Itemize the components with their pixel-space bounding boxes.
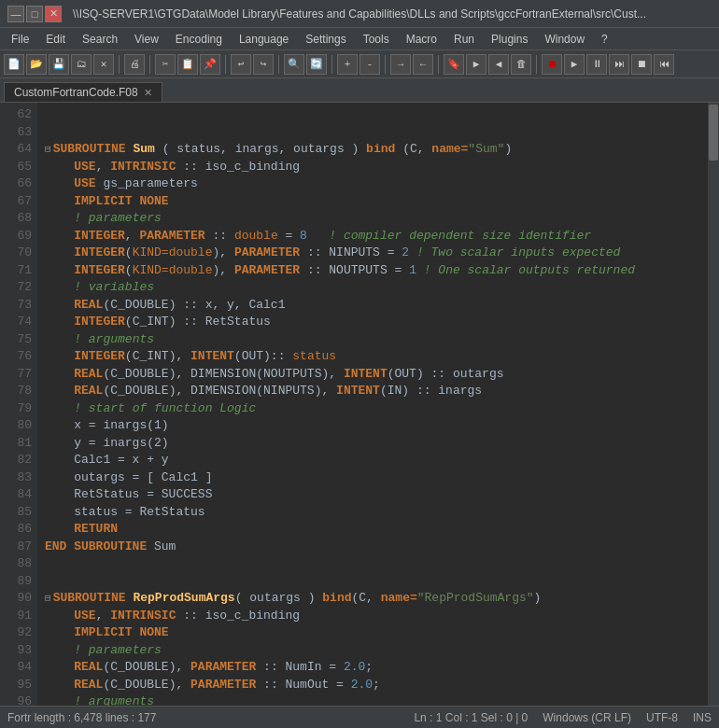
code-line-86: END SUBROUTINE Sum — [45, 539, 700, 556]
code-line-73: INTEGER(C_INT) :: RetStatus — [45, 314, 700, 331]
close-button[interactable]: ✕ — [45, 6, 62, 22]
code-line-92: REAL(C_DOUBLE), PARAMETER :: NumIn = 2.0… — [45, 659, 700, 677]
menu-view[interactable]: View — [127, 31, 166, 48]
code-line-69: INTEGER(KIND=double), PARAMETER :: NINPU… — [45, 245, 700, 262]
undo-button[interactable]: ↩ — [231, 54, 251, 75]
code-line-68: INTEGER, PARAMETER :: double = 8 ! compi… — [45, 228, 700, 245]
code-line-77: REAL(C_DOUBLE), DIMENSION(NINPUTS), INTE… — [45, 383, 700, 400]
indent-button[interactable]: → — [390, 54, 411, 75]
separator3 — [225, 55, 226, 74]
code-line-66: IMPLICIT NONE — [45, 193, 700, 211]
cut-button[interactable]: ✂ — [155, 54, 176, 75]
redo-button[interactable]: ↪ — [253, 54, 274, 75]
run6-button[interactable]: ⏮ — [654, 54, 674, 75]
open-button[interactable]: 📂 — [26, 54, 47, 75]
find-button[interactable]: 🔍 — [284, 54, 304, 75]
collapse-icon-63[interactable]: ⊟ — [45, 144, 51, 155]
code-line-64: USE, INTRINSIC :: iso_c_binding — [45, 159, 700, 176]
separator4 — [278, 55, 279, 74]
run3-button[interactable]: ⏸ — [586, 54, 607, 75]
replace-button[interactable]: 🔄 — [306, 54, 327, 75]
save-all-button[interactable]: 🗂 — [71, 54, 92, 75]
code-line-62 — [45, 106, 700, 124]
code-line-84: status = RetStatus — [45, 504, 700, 522]
code-line-78: ! start of function Logic — [45, 400, 700, 418]
code-line-80: y = inargs(2) — [45, 435, 700, 453]
outdent-button[interactable]: ← — [413, 54, 433, 75]
run-button[interactable]: ⏺ — [542, 54, 562, 75]
tab-close-icon[interactable]: ✕ — [144, 87, 152, 99]
code-line-82: outargs = [ Calc1 ] — [45, 469, 700, 487]
menu-settings[interactable]: Settings — [298, 31, 353, 48]
tab-customfortran[interactable]: CustomFortranCode.F08 ✕ — [4, 82, 162, 102]
status-insert-mode: INS — [693, 711, 712, 724]
menu-search[interactable]: Search — [75, 31, 125, 48]
title-bar: — □ ✕ \\ISQ-SERVER1\GTGData\Model Librar… — [0, 0, 719, 28]
clear-bookmarks-button[interactable]: 🗑 — [511, 54, 531, 75]
window-title: \\ISQ-SERVER1\GTGData\Model Library\Feat… — [63, 7, 656, 21]
vertical-scrollbar[interactable] — [708, 103, 719, 706]
menu-help[interactable]: ? — [594, 31, 615, 48]
status-bar: Fortr length : 6,478 lines : 177 Ln : 1 … — [0, 706, 719, 728]
code-line-72: REAL(C_DOUBLE) :: x, y, Calc1 — [45, 297, 700, 315]
menu-run[interactable]: Run — [446, 31, 482, 48]
run4-button[interactable]: ⏭ — [609, 54, 629, 75]
status-line-ending: Windows (CR LF) — [543, 711, 631, 724]
next-bookmark-button[interactable]: ▶ — [466, 54, 486, 75]
maximize-button[interactable]: □ — [26, 6, 43, 22]
tab-label: CustomFortranCode.F08 — [14, 86, 138, 99]
code-line-94: ! arguments — [45, 693, 700, 706]
separator5 — [331, 55, 332, 74]
tab-bar: CustomFortranCode.F08 ✕ — [0, 78, 719, 103]
run5-button[interactable]: ⏹ — [631, 54, 652, 75]
separator8 — [536, 55, 537, 74]
save-button[interactable]: 💾 — [49, 54, 69, 75]
menu-tools[interactable]: Tools — [356, 31, 397, 48]
code-line-89: USE, INTRINSIC :: iso_c_binding — [45, 608, 700, 625]
code-area: 6263646566676869707172737475767778798081… — [0, 103, 719, 706]
status-right: Ln : 1 Col : 1 Sel : 0 | 0 Windows (CR L… — [414, 711, 712, 724]
separator6 — [385, 55, 386, 74]
run2-button[interactable]: ▶ — [564, 54, 585, 75]
menu-window[interactable]: Window — [537, 31, 592, 48]
scrollbar-thumb[interactable] — [709, 105, 718, 161]
zoom-in-button[interactable]: + — [337, 54, 358, 75]
collapse-icon-88[interactable]: ⊟ — [45, 593, 51, 604]
zoom-out-button[interactable]: - — [360, 54, 380, 75]
status-language: Fortr length : 6,478 lines : 177 — [7, 711, 156, 724]
close-doc-button[interactable]: ✕ — [93, 54, 114, 75]
code-line-76: REAL(C_DOUBLE), DIMENSION(NOUTPUTS), INT… — [45, 366, 700, 384]
menu-edit[interactable]: Edit — [38, 31, 73, 48]
code-line-75: INTEGER(C_INT), INTENT(OUT):: status — [45, 348, 700, 366]
status-position: Ln : 1 Col : 1 Sel : 0 | 0 — [414, 711, 528, 724]
bookmark-button[interactable]: 🔖 — [444, 54, 464, 75]
minimize-button[interactable]: — — [7, 6, 24, 22]
code-line-90: IMPLICIT NONE — [45, 624, 700, 642]
code-line-81: Calc1 = x + y — [45, 452, 700, 469]
status-encoding: UTF-8 — [646, 711, 678, 724]
code-line-88: ⊟SUBROUTINE RepProdSumArgs( outargs ) bi… — [45, 573, 700, 608]
prev-bookmark-button[interactable]: ◀ — [488, 54, 509, 75]
code-editor[interactable]: ⊟SUBROUTINE Sum ( status, inargs, outarg… — [37, 103, 708, 706]
code-line-74: ! arguments — [45, 331, 700, 349]
paste-button[interactable]: 📌 — [200, 54, 220, 75]
code-line-83: RetStatus = SUCCESS — [45, 486, 700, 504]
code-line-91: ! parameters — [45, 642, 700, 660]
code-line-67: ! parameters — [45, 210, 700, 228]
menu-macro[interactable]: Macro — [399, 31, 444, 48]
line-numbers: 6263646566676869707172737475767778798081… — [0, 103, 37, 706]
menu-encoding[interactable]: Encoding — [168, 31, 230, 48]
separator1 — [119, 55, 120, 74]
print-button[interactable]: 🖨 — [124, 54, 145, 75]
new-button[interactable]: 📄 — [4, 54, 24, 75]
toolbar: 📄 📂 💾 🗂 ✕ 🖨 ✂ 📋 📌 ↩ ↪ 🔍 🔄 + - → ← 🔖 ▶ ◀ … — [0, 50, 719, 78]
copy-button[interactable]: 📋 — [177, 54, 198, 75]
code-line-87 — [45, 555, 700, 573]
menu-bar: File Edit Search View Encoding Language … — [0, 28, 719, 50]
menu-language[interactable]: Language — [232, 31, 296, 48]
separator2 — [149, 55, 150, 74]
separator7 — [438, 55, 439, 74]
menu-file[interactable]: File — [4, 31, 36, 48]
menu-plugins[interactable]: Plugins — [484, 31, 535, 48]
code-line-93: REAL(C_DOUBLE), PARAMETER :: NumOut = 2.… — [45, 677, 700, 694]
